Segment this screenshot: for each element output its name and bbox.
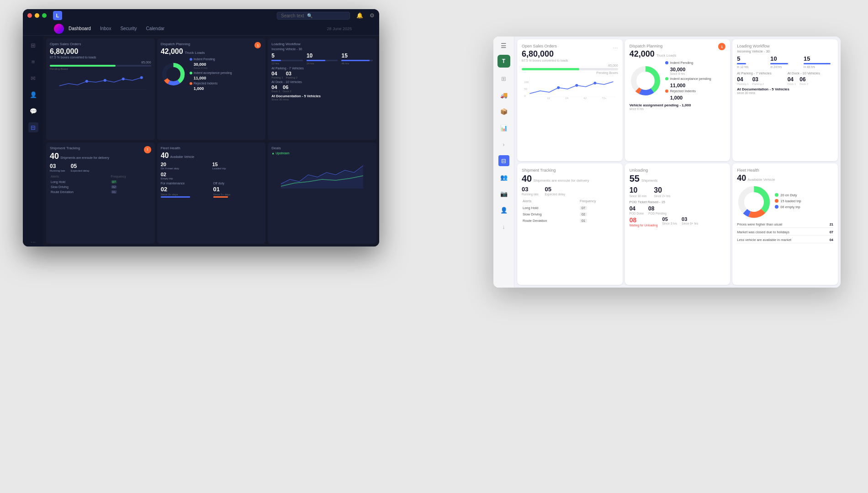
dark-pending-boxes: 85,000 [141,61,151,64]
ll-alert-row-1: Long Hold 07 [523,205,617,211]
dark-maint-for-maint: For maintenance 02 Since 3+ days [161,182,210,198]
ll-sales-menu[interactable]: ··· [613,44,618,51]
light-laptop: ☰ T ⊞ 🚚 📦 📊 › ⊟ 👥 📷 👤 ↓ ··· Open Sales O… [493,37,841,288]
dark-dock-section: At Dock - 10 Vehicles 04 Dock 1 06 Dock … [271,80,373,93]
ll-fleet-loaded: 15 loaded trip [775,199,801,203]
dark-inc-3: 15 46 hrs [341,52,373,65]
ll-price-row-2: Market was closed due to holidays 07 [737,229,833,236]
ll-loading-title: Loading Workflow [737,44,833,48]
dark-navbar: Dashboard Inbox Security Calendar 28 Jun… [23,22,379,36]
ll-shipment-count: 40 [522,173,532,184]
sidebar-grid-icon[interactable]: ⊞ [28,40,38,50]
search-icon: 🔍 [307,13,312,18]
ll-doc-label: At Documentation - 5 Vehicles [737,87,833,91]
ll-dispatch-donut-row: Indent Pending 30,000 Since 8 hrs Indent… [630,61,726,100]
ll-icon-users[interactable]: 👥 [498,172,509,183]
ll-alert-row-2: Slow Driving 02 [523,212,617,217]
ll-inc-1: 5 in 12 hrs [737,55,767,68]
svg-point-15 [575,84,578,87]
ll-price-row-1: Prices were higher than usual 21 [737,221,833,228]
ll-icon-arrow[interactable]: ↓ [498,221,509,232]
ll-waiting-count: 08 [630,216,658,224]
dark-fleet-card: Fleet Health 40 Available Vehicle 20 On … [157,142,266,244]
dark-fleet-available-label: Available Vehicle [170,155,194,158]
ll-fleet-donut-row: 20 on Duty 15 loaded trip 06 empty trip [737,185,833,219]
ll-icon-grid[interactable]: ⊞ [498,73,509,84]
ll-icon-people[interactable]: 👤 [498,205,509,215]
light-main-content: ··· Open Sales Orders 6,80,000 87.5 % bo… [514,37,841,288]
dark-alert-row-3: Route Deviation 01 [51,190,150,194]
dark-deals-chart [271,157,373,184]
ll-sales-pending-label-right: Pending Boxes [522,71,618,74]
minimize-dot[interactable] [35,13,39,18]
ll-dispatch-title: Dispatch Planning [630,44,726,48]
sidebar-list-icon[interactable]: ≡ [28,57,38,67]
search-bar[interactable]: Search text 🔍 [277,12,350,20]
dark-dispatch-donut [161,62,186,87]
ll-price-val-1: 21 [830,222,833,226]
ll-unload-item-2: 30 Since 2+ hrs [654,186,670,198]
dark-deals-upstream: ▲ Upstream [271,152,373,155]
svg-point-1 [104,79,106,82]
sidebar-chat-icon[interactable]: 💬 [28,106,38,116]
ll-indent-pending-val: 30,000 [670,67,711,72]
ll-icon-truck[interactable]: 🚚 [498,89,509,100]
ll-loading-card: Loading Workflow Incoming Vehicle - 30 5… [732,39,838,161]
dark-dispatch-title: Dispatch Planning [161,42,262,46]
nav-dashboard[interactable]: Dashboard [69,26,91,31]
sidebar-table-icon[interactable]: ⊟ [28,122,38,132]
nav-security[interactable]: Security [120,26,137,31]
ll-icon-camera[interactable]: 📷 [498,188,509,199]
light-app-avatar: T [498,55,510,68]
sidebar-user-icon[interactable]: 👤 [28,89,38,100]
sidebar-more-icon[interactable]: ··· [28,236,38,246]
dark-sidebar: ⊞ ≡ ✉ 👤 💬 ⊟ ··· [23,36,43,246]
ll-price-label-2: Market was closed due to holidays [737,230,789,234]
dark-fleet-available: 40 [161,152,169,160]
ll-dispatch-card: 1 Dispatch Planning 42,000 Truck Loads I… [625,39,730,161]
ll-pod-section: POD Ticket Raised - 15 04 POD Done 08 PO… [630,200,726,227]
ll-waiting-row: 08 Waiting for Unloading 05 Since 3 hrs … [630,216,726,227]
settings-icon[interactable]: ⚙ [370,12,375,19]
ll-shipment-title: Shipment Tracking [522,168,618,173]
notification-icon[interactable]: 🔔 [356,12,363,19]
dark-indent-pending-since: Since 8 hrs [194,67,232,69]
ll-fleet-loaded-label: 15 loaded trip [780,199,801,203]
ll-unload-grid: 10 Since 30 min 30 Since 2+ hrs [630,186,726,198]
app-logo: L [53,11,62,20]
sidebar-hamburger-icon[interactable]: ☰ [501,42,507,49]
nav-calendar[interactable]: Calendar [146,26,165,31]
dark-rejected-label: Rejected Indents [194,82,218,85]
dark-frequency-header: Frequency [111,175,150,179]
ll-fleet-donut [737,185,771,219]
svg-point-3 [140,76,143,79]
ll-sales-title: Open Sales Orders [522,44,618,48]
nav-inbox[interactable]: Inbox [100,26,111,31]
ll-icon-dashboard-active[interactable]: ⊟ [498,155,509,166]
ll-icon-box[interactable]: 📦 [498,106,509,117]
dark-sales-chart [50,72,151,90]
svg-text:24: 24 [565,97,568,99]
ll-icon-chart[interactable]: 📊 [498,122,509,133]
dark-doc-label: At Documentation - 5 Vehicles [271,94,373,98]
ll-fleet-on-duty-label: 20 on Duty [780,193,797,197]
ll-rejected-label: Rejected Indents [670,89,696,93]
ll-pod-pending: 08 POD Pending [648,205,667,215]
ll-alerts-header: Alerts [523,199,579,205]
dark-maint-bar [161,196,190,198]
sidebar-mail-icon[interactable]: ✉ [28,73,38,83]
dark-shipment-desc: Shipments are enroute for delivery [60,156,109,159]
close-dot[interactable] [27,13,32,18]
svg-text:42: 42 [583,97,587,99]
ll-dispatch-legend: Indent Pending 30,000 Since 8 hrs Indent… [665,61,711,100]
dark-incoming-grid: 5 12 hrs 10 24 hrs 15 46 hrs [271,52,373,65]
user-avatar [54,24,64,34]
ll-icon-chevron[interactable]: › [498,139,509,150]
maximize-dot[interactable] [42,13,47,18]
dark-rejected-val: 1,000 [194,86,232,91]
dark-doc-since: Since 30 mins [271,98,373,101]
ll-alert-table: Alerts Frequency Long Hold 07 Slow Drivi… [522,198,618,225]
dark-parking-nums: 04 Parking 1 03 Parking 2 [271,71,373,79]
dark-dispatch-card: 1 Dispatch Planning 42,000 Truck Loads I… [157,38,266,140]
dark-dispatch-donut-area: Indent Pending 30,000 Since 8 hrs Indent… [161,58,262,91]
